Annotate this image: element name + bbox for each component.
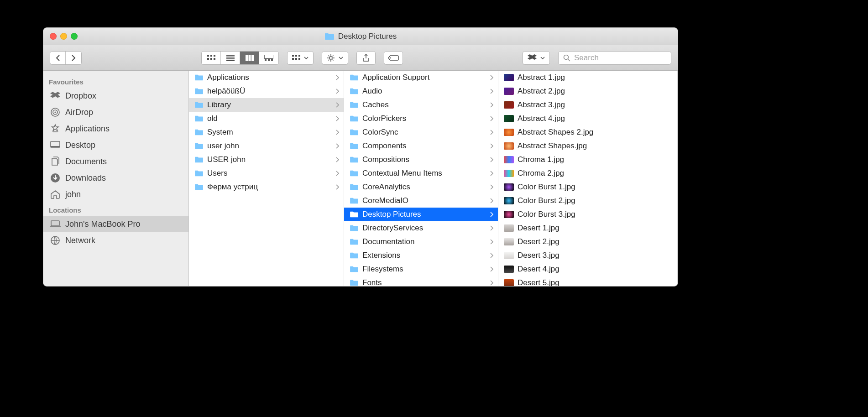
folder-row[interactable]: Users xyxy=(189,167,344,180)
folder-row[interactable]: Documentation xyxy=(344,235,498,249)
zoom-button[interactable] xyxy=(71,33,78,40)
folder-row[interactable]: CoreMediaIO xyxy=(344,194,498,208)
folder-row[interactable]: user john xyxy=(189,139,344,153)
row-label: Desert 5.jpg xyxy=(518,278,673,286)
gallery-view-button[interactable] xyxy=(259,52,278,64)
file-row[interactable]: Abstract Shapes 2.jpg xyxy=(498,125,677,139)
file-row[interactable]: Abstract 1.jpg xyxy=(498,71,677,84)
dropbox-toolbar-button[interactable] xyxy=(523,51,550,65)
sidebar-item-documents[interactable]: Documents xyxy=(43,153,188,170)
chevron-right-icon xyxy=(335,116,339,121)
folder-icon xyxy=(350,156,359,163)
sidebar-item-john-s-macbook-pro[interactable]: John's MacBook Pro xyxy=(43,216,188,232)
svg-rect-12 xyxy=(251,55,254,61)
file-row[interactable]: Abstract 4.jpg xyxy=(498,112,677,125)
arrange-icon xyxy=(292,55,300,61)
row-label: Color Burst 3.jpg xyxy=(518,210,673,219)
sidebar-item-label: Applications xyxy=(65,124,110,134)
folder-icon xyxy=(350,252,359,259)
folder-icon xyxy=(350,211,359,218)
image-thumbnail xyxy=(504,266,514,273)
file-row[interactable]: Chroma 1.jpg xyxy=(498,153,677,167)
file-row[interactable]: Desert 4.jpg xyxy=(498,262,677,276)
folder-row[interactable]: CoreAnalytics xyxy=(344,180,498,194)
sidebar-item-label: john xyxy=(65,190,81,199)
row-label: Desert 3.jpg xyxy=(518,251,673,260)
file-row[interactable]: Desert 5.jpg xyxy=(498,276,677,286)
svg-rect-11 xyxy=(248,55,251,61)
sidebar-item-desktop[interactable]: Desktop xyxy=(43,137,188,153)
back-button[interactable] xyxy=(50,52,66,64)
share-icon xyxy=(362,54,370,62)
image-thumbnail xyxy=(504,183,514,191)
file-row[interactable]: Desert 3.jpg xyxy=(498,249,677,262)
folder-row[interactable]: Components xyxy=(344,139,498,153)
file-row[interactable]: Desert 2.jpg xyxy=(498,235,677,249)
sidebar-item-downloads[interactable]: Downloads xyxy=(43,170,188,186)
column-view-button[interactable] xyxy=(240,52,259,64)
row-label: helpäöüßÜ xyxy=(207,87,332,96)
file-row[interactable]: Abstract Shapes.jpg xyxy=(498,139,677,153)
folder-row[interactable]: Application Support xyxy=(344,71,498,84)
sidebar-item-label: Dropbox xyxy=(65,91,96,101)
row-label: Color Burst 2.jpg xyxy=(518,196,673,205)
file-row[interactable]: Color Burst 2.jpg xyxy=(498,194,677,208)
folder-icon xyxy=(194,129,204,136)
folder-row[interactable]: Extensions xyxy=(344,249,498,262)
file-row[interactable]: Color Burst 3.jpg xyxy=(498,208,677,221)
close-button[interactable] xyxy=(50,33,57,40)
file-row[interactable]: Abstract 3.jpg xyxy=(498,98,677,112)
forward-button[interactable] xyxy=(66,52,81,64)
folder-row[interactable]: helpäöüßÜ xyxy=(189,84,344,98)
share-button[interactable] xyxy=(356,51,376,65)
folder-row[interactable]: Compositions xyxy=(344,153,498,167)
tags-button[interactable] xyxy=(384,51,403,65)
folder-row[interactable]: Library xyxy=(189,98,344,112)
file-row[interactable]: Abstract 2.jpg xyxy=(498,84,677,98)
folder-row[interactable]: ColorSync xyxy=(344,125,498,139)
folder-row[interactable]: Desktop Pictures xyxy=(344,208,498,221)
folder-row[interactable]: old xyxy=(189,112,344,125)
folder-row[interactable]: Filesystems xyxy=(344,262,498,276)
minimize-button[interactable] xyxy=(60,33,67,40)
row-label: Application Support xyxy=(362,73,486,82)
row-label: Documentation xyxy=(362,237,486,246)
svg-rect-18 xyxy=(295,55,297,57)
folder-row[interactable]: Audio xyxy=(344,84,498,98)
row-label: USER john xyxy=(207,155,332,164)
sidebar-item-applications[interactable]: Applications xyxy=(43,120,188,137)
image-thumbnail xyxy=(504,197,514,204)
svg-rect-30 xyxy=(51,146,60,147)
sidebar-item-airdrop[interactable]: AirDrop xyxy=(43,104,188,120)
folder-row[interactable]: DirectoryServices xyxy=(344,221,498,235)
svg-rect-3 xyxy=(207,58,209,60)
folder-row[interactable]: Contextual Menu Items xyxy=(344,167,498,180)
folder-icon xyxy=(194,88,204,95)
file-row[interactable]: Chroma 2.jpg xyxy=(498,167,677,180)
folder-icon xyxy=(350,238,359,245)
search-input[interactable] xyxy=(574,53,666,63)
chevron-right-icon xyxy=(490,253,493,258)
row-label: Contextual Menu Items xyxy=(362,169,486,178)
list-view-button[interactable] xyxy=(221,52,240,64)
sidebar-item-dropbox[interactable]: Dropbox xyxy=(43,88,188,104)
chevron-right-icon xyxy=(490,198,493,203)
action-button[interactable] xyxy=(322,51,348,65)
sidebar-item-john[interactable]: john xyxy=(43,186,188,203)
folder-row[interactable]: System xyxy=(189,125,344,139)
sidebar-item-network[interactable]: Network xyxy=(43,232,188,249)
folder-icon xyxy=(194,142,204,150)
search-field[interactable] xyxy=(558,51,671,65)
folder-row[interactable]: Fonts xyxy=(344,276,498,286)
file-row[interactable]: Desert 1.jpg xyxy=(498,221,677,235)
folder-row[interactable]: Applications xyxy=(189,71,344,84)
folder-row[interactable]: ColorPickers xyxy=(344,112,498,125)
chevron-right-icon xyxy=(335,157,339,162)
folder-row[interactable]: USER john xyxy=(189,153,344,167)
row-label: Abstract Shapes 2.jpg xyxy=(518,128,673,137)
arrange-button[interactable] xyxy=(287,51,314,65)
icon-view-button[interactable] xyxy=(202,52,221,64)
file-row[interactable]: Color Burst 1.jpg xyxy=(498,180,677,194)
folder-row[interactable]: Ферма устриц xyxy=(189,180,344,194)
folder-row[interactable]: Caches xyxy=(344,98,498,112)
